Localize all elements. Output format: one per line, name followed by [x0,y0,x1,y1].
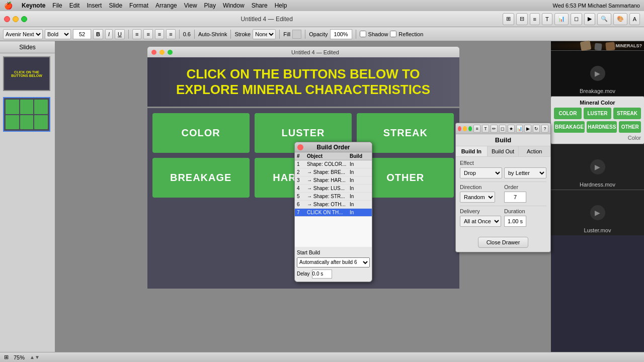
justify-btn[interactable]: ≡ [166,29,175,39]
menu-window[interactable]: Window [223,2,245,9]
colors-btn[interactable]: 🎨 [613,13,627,25]
wc-minimize[interactable] [159,50,165,55]
align-center-btn[interactable]: ≡ [143,29,152,39]
minimize-window-btn[interactable] [13,16,19,22]
toolbar-icon-5[interactable]: ★ [508,125,515,133]
wc-maximize[interactable] [168,50,173,55]
tab-build-out[interactable]: Build Out [488,146,519,156]
order-input[interactable] [504,192,526,203]
view-grid-btn[interactable]: ⊟ [516,13,528,25]
by-select[interactable]: by Letter [504,167,546,178]
fill-color-swatch[interactable] [292,30,301,39]
menu-view[interactable]: View [184,2,197,9]
menu-format[interactable]: Format [129,2,148,9]
toolbar: Untitled 4 — Edited ⊞ ⊟ ≡ T 📊 ◻ ▶ 🔍 🎨 A [0,11,644,27]
build-row-5[interactable]: 5 → Shape: STR... In [295,193,372,201]
effect-row: Drop by Letter [460,167,546,178]
slide-thumb-2[interactable] [3,97,50,132]
effect-select[interactable]: Drop [460,167,502,178]
toolbar-icon-6[interactable]: 📊 [516,125,523,133]
insert-table-btn[interactable]: T [542,13,552,25]
zoom-btn[interactable]: 🔍 [597,13,611,25]
toolbar-icon-8[interactable]: ↻ [533,125,540,133]
build-row-3[interactable]: 3 → Shape: HAR... In [295,176,372,185]
menu-play[interactable]: Play [204,2,216,9]
rp-luster-btn[interactable]: LUSTER [584,108,611,119]
mineral-color-buttons: COLOR LUSTER STREAK [554,108,641,119]
close-window-btn[interactable] [4,16,10,22]
toolbar-icon-2[interactable]: T [482,125,489,133]
direction-select[interactable]: Random [460,192,495,203]
menu-arrange[interactable]: Arrange [155,2,177,9]
menu-edit[interactable]: Edit [69,2,80,9]
menu-share[interactable]: Share [252,2,268,9]
stroke-select[interactable]: None [253,29,276,39]
menu-help[interactable]: Help [275,2,287,9]
reflection-checkbox[interactable] [390,31,396,37]
maximize-window-btn[interactable] [21,16,27,22]
view-toggle-icon[interactable]: ⊞ [4,354,9,360]
zoom-controls[interactable]: ▲▼ [30,354,40,360]
apple-menu[interactable]: 🍎 [4,2,13,10]
rp-breakage-btn[interactable]: BREAKAGE [554,121,585,133]
font-weight-select[interactable]: Bold [45,29,71,39]
minerals-label: MINERALS? [616,43,642,48]
build-row-1[interactable]: 1 Shape: COLOR... In [295,160,372,168]
rp-hardness-btn[interactable]: HARDNESS [587,121,617,133]
view-list-btn[interactable]: ≡ [530,13,540,25]
row1-num: 1 [297,161,307,167]
shadow-checkbox[interactable] [360,31,366,37]
delay-input[interactable] [312,269,332,279]
row2-obj: → Shape: BRE... [307,169,350,175]
menu-file[interactable]: File [52,2,62,9]
tab-action[interactable]: Action [519,146,550,156]
toolbar-icon-4[interactable]: ◻ [499,125,506,133]
build-row-7[interactable]: 7 CLICK ON TH... In [295,209,372,217]
align-right-btn[interactable]: ≡ [155,29,164,39]
build-panel-close[interactable] [458,126,461,131]
bold-btn[interactable]: B [93,29,103,39]
menu-slide[interactable]: Slide [109,2,122,9]
rp-breakage-vid[interactable]: ▶ Breakage.mov [551,51,644,96]
close-drawer-button[interactable]: Close Drawer [478,237,529,248]
rp-luster-vid[interactable]: ▶ Luster.mov [551,190,644,235]
row5-build: In [350,194,370,199]
slide-thumb-1[interactable]: CLICK ON THEBUTTONS BELOW [3,56,50,91]
menu-app[interactable]: Keynote [22,2,45,9]
build-panel-expand[interactable] [468,126,472,131]
build-row-6[interactable]: 6 → Shape: OTH... In [295,201,372,209]
row4-obj: → Shape: LUS... [307,186,350,191]
breakage-button[interactable]: BREAKAGE [152,158,250,198]
italic-btn[interactable]: I [105,29,113,39]
build-order-close-btn[interactable] [297,144,303,150]
delivery-select[interactable]: All at Once [460,216,501,227]
duration-input[interactable] [504,216,526,227]
menu-insert[interactable]: Insert [87,2,102,9]
font-size-input[interactable] [73,29,91,39]
insert-media-btn[interactable]: ▶ [584,13,595,25]
toolbar-icon-1[interactable]: ≡ [473,125,480,133]
wc-close[interactable] [151,50,156,55]
rp-hardness-vid[interactable]: ▶ Hardness.mov [551,144,644,190]
rp-other-btn[interactable]: OTHER [619,121,641,133]
font-family-select[interactable]: Avenir Next [3,29,43,39]
start-build-select[interactable]: Automatically after build 6 [297,257,370,267]
insert-shape-btn[interactable]: ◻ [571,13,582,25]
tab-build-in[interactable]: Build In [456,146,488,156]
opacity-input[interactable] [330,29,352,39]
rp-color-btn[interactable]: COLOR [554,108,582,119]
row6-obj: → Shape: OTH... [307,202,350,207]
toolbar-icon-3[interactable]: ✏ [491,125,498,133]
color-button[interactable]: COLOR [152,113,250,153]
view-slides-btn[interactable]: ⊞ [503,13,514,25]
align-left-btn[interactable]: ≡ [132,29,141,39]
insert-chart-btn[interactable]: 📊 [554,13,569,25]
build-row-4[interactable]: 4 → Shape: LUS... In [295,185,372,193]
toolbar-icon-9[interactable]: ? [541,125,548,133]
build-panel-minimize[interactable] [463,126,466,131]
toolbar-icon-7[interactable]: ▶ [524,125,531,133]
underline-btn[interactable]: U [115,29,125,39]
build-row-2[interactable]: 2 → Shape: BRE... In [295,168,372,176]
fonts-btn[interactable]: A [629,13,640,25]
rp-streak-btn[interactable]: STREAK [613,108,641,119]
